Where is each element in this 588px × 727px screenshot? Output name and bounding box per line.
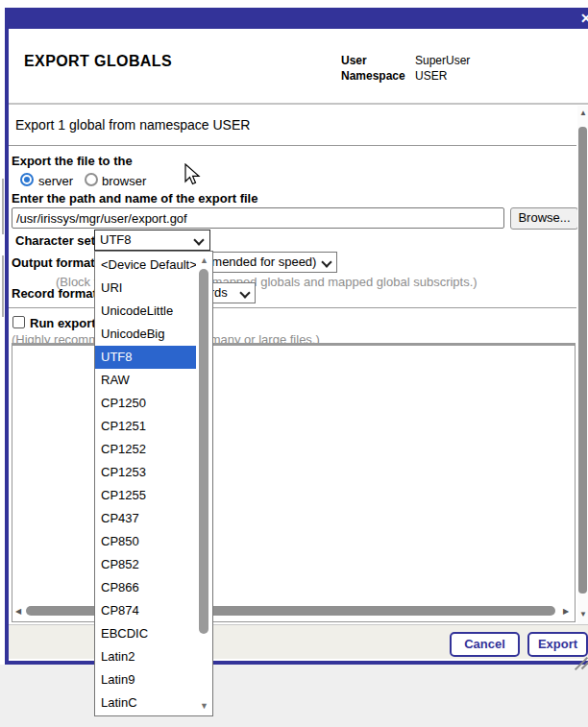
character-set-dropdown-list: <Device Default>URIUnicodeLittleUnicodeB… <box>94 251 213 716</box>
dropdown-option[interactable]: LatinC <box>95 691 196 715</box>
dropdown-option[interactable]: CP1252 <box>95 438 196 461</box>
dropdown-option[interactable]: RAW <box>95 369 196 392</box>
dropdown-option[interactable]: CP1255 <box>95 484 196 507</box>
divider <box>9 145 576 146</box>
scroll-up-icon[interactable]: ▲ <box>579 109 587 117</box>
character-set-label: Character set <box>15 233 95 248</box>
page-background <box>0 665 588 727</box>
dropdown-option[interactable]: CP1253 <box>95 461 196 484</box>
dropdown-option[interactable]: CP437 <box>95 507 196 530</box>
dropdown-option[interactable]: CP1251 <box>95 415 196 438</box>
run-in-background-checkbox[interactable] <box>12 316 25 328</box>
dropdown-options: <Device Default>URIUnicodeLittleUnicodeB… <box>95 254 196 715</box>
dropdown-scrollbar[interactable]: ▲ ▼ <box>196 253 211 715</box>
page-edge-line <box>2 255 4 317</box>
mouse-cursor-icon <box>184 163 202 190</box>
server-radio-label[interactable]: server <box>38 174 73 188</box>
output-format-label: Output format <box>12 255 95 270</box>
header-divider <box>9 103 588 105</box>
namespace-label: Namespace <box>341 69 405 83</box>
dropdown-option[interactable]: CP852 <box>95 553 196 576</box>
dropdown-scrollbar-thumb[interactable] <box>199 269 208 634</box>
dropdown-option[interactable]: <Device Default> <box>95 254 196 277</box>
dropdown-option[interactable]: UnicodeLittle <box>95 300 196 323</box>
path-label: Enter the path and name of the export fi… <box>12 191 257 206</box>
export-summary: Export 1 global from namespace USER <box>15 117 250 133</box>
dropdown-option[interactable]: EBCDIC <box>95 622 196 645</box>
user-value: SuperUser <box>415 54 470 67</box>
scroll-up-icon[interactable]: ▲ <box>200 256 208 265</box>
scroll-down-icon[interactable]: ▼ <box>200 702 208 711</box>
close-icon[interactable]: ✕ <box>580 11 588 26</box>
page-title: EXPORT GLOBALS <box>24 53 172 70</box>
export-button[interactable]: Export <box>527 632 588 657</box>
server-radio[interactable] <box>20 173 34 186</box>
namespace-value: USER <box>415 69 447 83</box>
scroll-down-icon[interactable]: ▼ <box>579 611 587 618</box>
dropdown-option[interactable]: UnicodeBig <box>95 323 196 346</box>
scroll-left-icon[interactable]: ◀ <box>15 608 21 616</box>
user-label: User <box>341 54 367 67</box>
dropdown-option[interactable]: UTF8 <box>95 346 196 369</box>
dropdown-option[interactable]: URI <box>95 277 196 300</box>
dialog-titlebar <box>5 8 588 29</box>
path-input[interactable] <box>12 207 504 229</box>
browser-radio[interactable] <box>85 173 98 186</box>
dropdown-option[interactable]: CP874 <box>95 599 196 622</box>
dropdown-option[interactable]: CP1250 <box>95 392 196 415</box>
dropdown-option[interactable]: Latin9 <box>95 668 196 691</box>
dropdown-option[interactable]: CP866 <box>95 576 196 599</box>
scroll-right-icon[interactable]: ▶ <box>563 608 569 616</box>
cancel-button[interactable]: Cancel <box>450 632 520 657</box>
dropdown-option[interactable]: Latin2 <box>95 645 196 668</box>
vertical-scrollbar-thumb[interactable] <box>578 127 587 594</box>
record-format-label: Record format <box>12 286 97 301</box>
dropdown-option[interactable]: CP850 <box>95 530 196 553</box>
browse-button[interactable]: Browse... <box>510 207 578 230</box>
export-globals-page: ✕ EXPORT GLOBALS User SuperUser Namespac… <box>0 0 588 727</box>
page-edge-line <box>2 179 4 234</box>
browser-radio-label[interactable]: browser <box>102 174 146 188</box>
destination-label: Export the file to the <box>12 154 133 168</box>
